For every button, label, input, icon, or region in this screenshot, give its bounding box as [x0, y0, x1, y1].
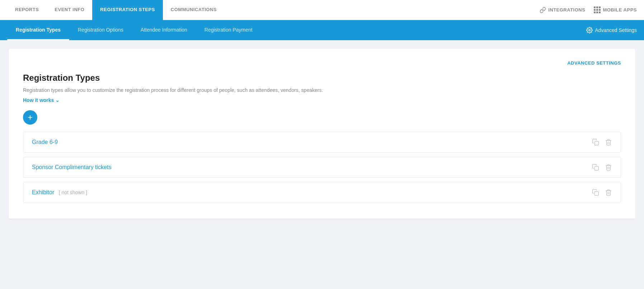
how-it-works-toggle[interactable]: How it works ⌄ — [23, 97, 60, 103]
tab-registration-options[interactable]: Registration Options — [69, 20, 132, 40]
svg-point-0 — [589, 29, 591, 31]
svg-rect-3 — [595, 192, 599, 196]
reg-type-name-exhibitor[interactable]: Exhibitor [ not shown ] — [32, 189, 592, 196]
nav-item-registration-steps[interactable]: REGISTRATION STEPS — [92, 0, 163, 20]
mobile-apps-link[interactable]: MOBILE APPS — [594, 6, 637, 13]
page-title: Registration Types — [23, 73, 621, 83]
reg-type-name-sponsor[interactable]: Sponsor Complimentary tickets — [32, 164, 592, 171]
reg-type-actions-exhibitor — [592, 189, 612, 196]
top-nav-left: REPORTS EVENT INFO REGISTRATION STEPS CO… — [7, 0, 540, 20]
copy-button-exhibitor[interactable] — [592, 189, 599, 196]
page-description: Registration types allow you to customiz… — [23, 87, 621, 94]
delete-button-grade-6-9[interactable] — [605, 139, 612, 146]
nav-item-reports[interactable]: REPORTS — [7, 0, 47, 20]
nav-item-communications[interactable]: COMMUNICATIONS — [163, 0, 225, 20]
copy-icon — [592, 164, 599, 171]
tab-registration-payment[interactable]: Registration Payment — [196, 20, 261, 40]
copy-icon — [592, 189, 599, 196]
top-nav: REPORTS EVENT INFO REGISTRATION STEPS CO… — [0, 0, 644, 20]
trash-icon — [605, 139, 612, 146]
content-card: ADVANCED SETTINGS Registration Types Reg… — [9, 49, 635, 219]
add-registration-type-button[interactable]: + — [23, 110, 37, 125]
reg-type-tag-exhibitor: [ not shown ] — [59, 190, 87, 195]
sub-nav: Registration Types Registration Options … — [0, 20, 644, 40]
nav-item-event-info[interactable]: EVENT INFO — [47, 0, 92, 20]
delete-button-exhibitor[interactable] — [605, 189, 612, 196]
reg-type-name-grade-6-9[interactable]: Grade 6-9 — [32, 139, 592, 145]
tab-attendee-information[interactable]: Attendee Information — [132, 20, 196, 40]
advanced-settings-nav[interactable]: Advanced Settings — [586, 27, 637, 33]
advanced-settings-link-button[interactable]: ADVANCED SETTINGS — [567, 60, 621, 66]
top-nav-right: INTEGRATIONS MOBILE APPS — [540, 6, 637, 13]
svg-rect-1 — [595, 141, 599, 145]
reg-type-actions-grade-6-9 — [592, 139, 612, 146]
trash-icon — [605, 189, 612, 196]
gear-icon — [586, 27, 593, 33]
copy-icon — [592, 139, 599, 146]
copy-button-grade-6-9[interactable] — [592, 139, 599, 146]
delete-button-sponsor[interactable] — [605, 164, 612, 171]
sub-nav-items: Registration Types Registration Options … — [7, 20, 586, 40]
main-content: ADVANCED SETTINGS Registration Types Reg… — [0, 40, 644, 289]
integrations-link[interactable]: INTEGRATIONS — [540, 7, 585, 13]
tab-registration-types[interactable]: Registration Types — [7, 20, 69, 40]
advanced-settings-link-container: ADVANCED SETTINGS — [23, 60, 621, 66]
copy-button-sponsor[interactable] — [592, 164, 599, 171]
grid-icon — [594, 6, 601, 13]
svg-rect-2 — [595, 167, 599, 171]
table-row: Exhibitor [ not shown ] — [23, 182, 621, 203]
table-row: Grade 6-9 — [23, 132, 621, 153]
trash-icon — [605, 164, 612, 171]
link-icon — [540, 7, 546, 13]
reg-type-actions-sponsor — [592, 164, 612, 171]
chevron-down-icon: ⌄ — [55, 97, 60, 103]
table-row: Sponsor Complimentary tickets — [23, 157, 621, 178]
